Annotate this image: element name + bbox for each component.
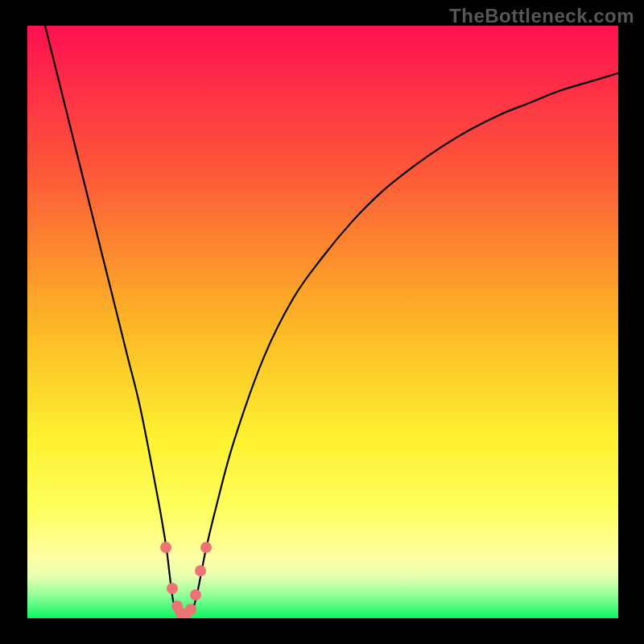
optimal-marker	[160, 542, 171, 553]
optimal-marker	[185, 604, 196, 615]
optimal-marker	[195, 565, 206, 576]
optimal-marker	[200, 542, 212, 553]
optimal-marker	[167, 583, 178, 594]
curve-layer	[27, 26, 618, 618]
optimal-marker	[190, 589, 201, 601]
bottleneck-curve	[45, 26, 618, 617]
chart-stage: TheBottleneck.com	[0, 0, 644, 644]
watermark-text: TheBottleneck.com	[449, 5, 634, 27]
plot-area	[27, 26, 618, 618]
